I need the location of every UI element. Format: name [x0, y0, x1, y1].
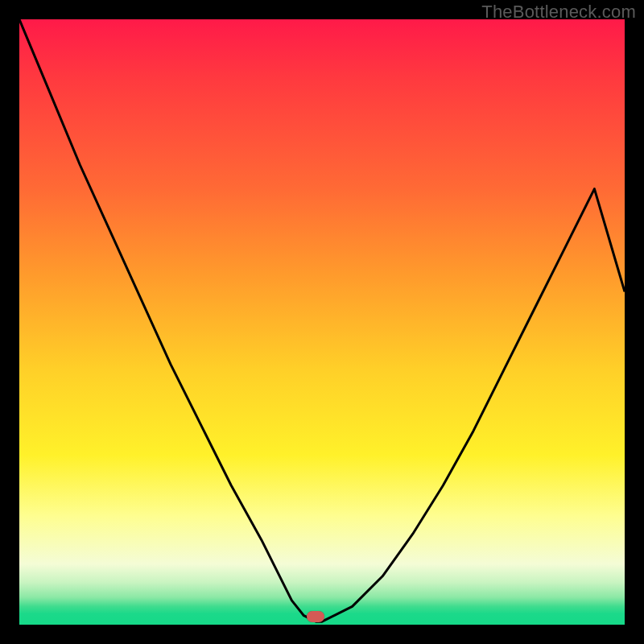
chart-frame: TheBottleneck.com [0, 0, 644, 644]
bottleneck-marker [307, 611, 324, 622]
plot-area [19, 19, 625, 625]
bottleneck-curve [19, 19, 625, 625]
watermark-text: TheBottleneck.com [481, 2, 636, 23]
